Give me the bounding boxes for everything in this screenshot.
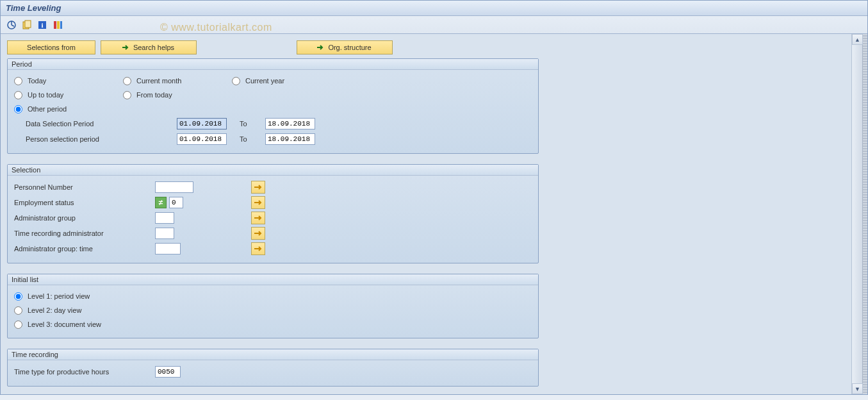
to-label: To xyxy=(227,120,265,128)
app-toolbar: i xyxy=(1,16,867,34)
page-title: Time Leveling xyxy=(1,1,867,16)
not-equal-icon[interactable]: ≠ xyxy=(155,197,167,208)
multiple-selection-button[interactable] xyxy=(251,242,265,255)
selection-panel: Selection Personnel Number Employment st… xyxy=(7,164,539,263)
employment-status-label: Employment status xyxy=(14,199,155,206)
personnel-number-input[interactable] xyxy=(155,181,193,193)
multiple-selection-button[interactable] xyxy=(251,181,265,194)
svg-rect-9 xyxy=(60,21,62,29)
info-icon[interactable]: i xyxy=(37,19,48,31)
panel-header: Time recording xyxy=(8,349,538,360)
svg-text:i: i xyxy=(41,21,43,29)
svg-line-2 xyxy=(12,25,14,26)
panel-header: Selection xyxy=(8,165,538,176)
scroll-up-icon[interactable]: ▲ xyxy=(852,34,863,45)
radio-today[interactable]: Today xyxy=(14,77,123,85)
arrow-right-icon xyxy=(120,42,131,53)
administrator-group-label: Administrator group xyxy=(14,214,155,222)
period-panel: Period Today Current month Current year … xyxy=(7,58,539,154)
data-selection-from-input[interactable] xyxy=(177,118,227,129)
personnel-number-label: Personnel Number xyxy=(14,183,155,191)
panel-header: Period xyxy=(8,59,538,70)
radio-level1[interactable]: Level 1: period view xyxy=(14,292,90,301)
radio-current-year[interactable]: Current year xyxy=(232,77,341,85)
time-recording-panel: Time recording Time type for productive … xyxy=(7,349,539,387)
arrow-right-icon xyxy=(315,42,325,53)
svg-rect-7 xyxy=(54,21,56,29)
panel-header: Initial list xyxy=(8,274,538,285)
button-row: Selections from Search helps Org. struct… xyxy=(7,40,851,54)
multiple-selection-button[interactable] xyxy=(251,212,265,224)
to-label: To xyxy=(227,135,265,143)
time-recording-admin-label: Time recording administrator xyxy=(14,229,155,237)
time-type-label: Time type for productive hours xyxy=(14,368,155,376)
radio-level3[interactable]: Level 3: document view xyxy=(14,321,101,329)
administrator-group-input[interactable] xyxy=(155,212,174,224)
radio-level2[interactable]: Level 2: day view xyxy=(14,306,81,315)
radio-up-to-today[interactable]: Up to today xyxy=(14,91,123,99)
administrator-group-time-input[interactable] xyxy=(155,243,181,254)
selection-options-icon[interactable] xyxy=(52,19,63,31)
execute-icon[interactable] xyxy=(6,19,17,31)
svg-rect-4 xyxy=(25,21,31,28)
resize-grip[interactable] xyxy=(862,34,867,394)
radio-from-today[interactable]: From today xyxy=(123,91,232,99)
multiple-selection-button[interactable] xyxy=(251,227,265,240)
employment-status-input[interactable] xyxy=(169,197,183,208)
search-helps-button[interactable]: Search helps xyxy=(101,40,197,54)
initial-list-panel: Initial list Level 1: period view Level … xyxy=(7,274,539,338)
get-variant-icon[interactable] xyxy=(21,19,33,31)
administrator-group-time-label: Administrator group: time xyxy=(14,245,155,253)
person-selection-to-input[interactable] xyxy=(265,133,315,145)
scroll-down-icon[interactable]: ▼ xyxy=(852,383,863,394)
selections-from-button[interactable]: Selections from xyxy=(7,40,95,54)
svg-rect-8 xyxy=(57,21,60,29)
time-type-input[interactable] xyxy=(155,366,181,378)
vertical-scrollbar[interactable]: ▲ ▼ xyxy=(851,34,862,394)
org-structure-button[interactable]: Org. structure xyxy=(297,40,393,54)
person-selection-period-label: Person selection period xyxy=(14,135,149,143)
time-recording-admin-input[interactable] xyxy=(155,228,174,239)
data-selection-to-input[interactable] xyxy=(265,118,315,129)
multiple-selection-button[interactable] xyxy=(251,196,265,209)
button-label: Search helps xyxy=(133,44,174,51)
radio-current-month[interactable]: Current month xyxy=(123,77,232,85)
button-label: Org. structure xyxy=(328,44,371,51)
button-label: Selections from xyxy=(27,44,76,51)
person-selection-from-input[interactable] xyxy=(177,133,227,145)
data-selection-period-label: Data Selection Period xyxy=(14,120,149,128)
radio-other-period[interactable]: Other period xyxy=(14,105,123,113)
